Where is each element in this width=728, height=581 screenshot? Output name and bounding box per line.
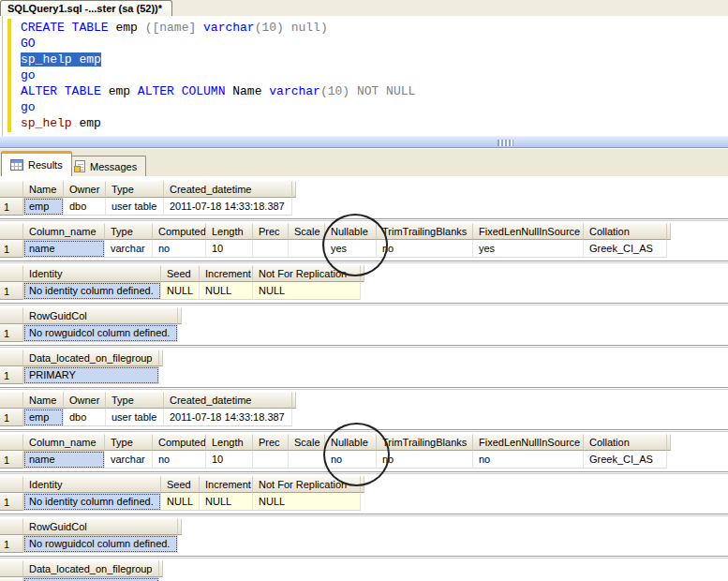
grid-cell[interactable]: PRIMARY [23, 366, 159, 384]
column-header[interactable]: FixedLenNullInSource [473, 223, 584, 240]
grid-cell[interactable]: no [153, 240, 206, 258]
grid-cell[interactable] [253, 240, 289, 258]
grid-cell[interactable]: user table [106, 198, 164, 216]
column-header[interactable]: Seed [161, 476, 200, 493]
row-header[interactable]: 1 [0, 451, 23, 469]
column-header[interactable]: Increment [200, 265, 253, 282]
grid-cell[interactable]: no [377, 451, 473, 469]
grid-cell[interactable]: NULL [161, 493, 200, 511]
row-header[interactable]: 1 [0, 282, 23, 300]
column-header[interactable]: Type [106, 392, 164, 409]
column-header[interactable]: Seed [161, 265, 200, 282]
row-header[interactable]: 1 [0, 366, 23, 384]
grid-cell[interactable]: dbo [64, 198, 106, 216]
grid-corner-cell[interactable] [0, 434, 23, 451]
tab-messages[interactable]: Messages [66, 156, 146, 176]
code-line[interactable]: GO [0, 36, 728, 52]
grid-cell[interactable]: no [153, 451, 206, 469]
grid-cell[interactable]: No rowguidcol column defined. [23, 324, 178, 342]
column-header[interactable]: Collation [584, 434, 667, 451]
grid-cell[interactable]: emp [23, 198, 64, 216]
column-header[interactable]: Computed [153, 223, 206, 240]
grid-cell[interactable]: emp [23, 409, 64, 426]
column-header[interactable]: RowGuidCol [23, 518, 178, 535]
grid-cell[interactable]: Greek_CI_AS [584, 451, 667, 469]
grid-cell[interactable]: user table [106, 409, 164, 426]
grid-cell[interactable]: No rowguidcol column defined. [23, 535, 178, 553]
grid-cell[interactable] [289, 240, 325, 258]
grid-corner-cell[interactable] [0, 392, 23, 409]
grid-corner-cell[interactable] [0, 265, 23, 282]
grid-cell[interactable]: Greek_CI_AS [584, 240, 667, 258]
column-header[interactable]: RowGuidCol [23, 307, 178, 324]
column-header[interactable]: Increment [200, 476, 253, 493]
column-header[interactable]: Computed [153, 434, 206, 451]
row-header[interactable]: 1 [0, 198, 23, 216]
column-header[interactable]: Column_name [23, 434, 105, 451]
grid-corner-cell[interactable] [0, 350, 23, 366]
code-area[interactable]: CREATE TABLE emp ([name] varchar(10) nul… [0, 20, 728, 131]
column-header[interactable]: Scale [289, 434, 325, 451]
grid-cell[interactable]: NULL [200, 282, 253, 300]
column-header[interactable]: Type [106, 181, 164, 198]
grid-cell[interactable]: 10 [206, 240, 253, 258]
column-header[interactable]: Prec [253, 434, 289, 451]
column-header[interactable]: Data_located_on_filegroup [23, 350, 159, 366]
column-header[interactable]: Identity [23, 476, 161, 493]
document-tab[interactable]: SQLQuery1.sql -...ster (sa (52))* [0, 0, 172, 16]
column-header[interactable]: Type [105, 223, 153, 240]
grid-corner-cell[interactable] [0, 223, 23, 240]
row-header[interactable]: 1 [0, 240, 23, 258]
column-header[interactable]: Owner [64, 181, 106, 198]
grid-cell[interactable]: NULL [161, 282, 200, 300]
column-header[interactable]: Name [23, 392, 64, 409]
row-header[interactable]: 1 [0, 577, 23, 581]
splitter-grip-icon[interactable] [498, 140, 513, 146]
grid-cell[interactable]: varchar [105, 240, 153, 258]
grid-cell[interactable] [253, 451, 289, 469]
column-header[interactable]: Scale [289, 223, 325, 240]
pane-splitter[interactable] [0, 136, 728, 148]
row-header[interactable]: 1 [0, 493, 23, 511]
grid-corner-cell[interactable] [0, 307, 23, 324]
grid-cell[interactable]: yes [473, 240, 584, 258]
grid-cell[interactable]: No identity column defined. [23, 282, 161, 300]
column-header[interactable]: Type [105, 434, 153, 451]
column-header[interactable]: TrimTrailingBlanks [377, 223, 473, 240]
column-header[interactable]: Prec [253, 223, 289, 240]
column-header[interactable]: Name [23, 181, 64, 198]
column-header[interactable]: Data_located_on_filegroup [23, 560, 159, 577]
code-line[interactable]: go [0, 67, 728, 83]
code-line[interactable]: CREATE TABLE emp ([name] varchar(10) nul… [0, 20, 728, 36]
column-header[interactable]: FixedLenNullInSource [473, 434, 584, 451]
sql-editor[interactable]: CREATE TABLE emp ([name] varchar(10) nul… [0, 16, 728, 136]
grid-cell[interactable]: dbo [64, 409, 106, 426]
grid-corner-cell[interactable] [0, 518, 23, 535]
code-line[interactable]: ALTER TABLE emp ALTER COLUMN Name varcha… [0, 83, 728, 99]
row-header[interactable]: 1 [0, 324, 23, 342]
column-header[interactable]: Created_datetime [164, 181, 292, 198]
grid-cell[interactable]: NULL [253, 493, 361, 511]
grid-cell[interactable]: NULL [253, 282, 361, 300]
row-header[interactable]: 1 [0, 535, 23, 553]
code-line[interactable]: sp_help emp [0, 52, 728, 67]
grid-cell[interactable]: name [23, 451, 105, 469]
grid-cell[interactable]: no [473, 451, 584, 469]
grid-cell[interactable]: 2011-07-18 14:33:18.387 [164, 409, 292, 426]
column-header[interactable]: TrimTrailingBlanks [377, 434, 473, 451]
column-header[interactable]: Collation [584, 223, 667, 240]
grid-corner-cell[interactable] [0, 476, 23, 493]
grid-corner-cell[interactable] [0, 181, 23, 198]
grid-cell[interactable]: no [377, 240, 473, 258]
column-header[interactable]: Identity [23, 265, 161, 282]
column-header[interactable]: Created_datetime [164, 392, 292, 409]
grid-cell[interactable]: name [23, 240, 105, 258]
column-header[interactable]: Length [206, 223, 253, 240]
grid-cell[interactable]: No identity column defined. [23, 493, 161, 511]
grid-cell[interactable]: 10 [206, 451, 253, 469]
grid-cell[interactable]: varchar [105, 451, 153, 469]
row-header[interactable]: 1 [0, 409, 23, 426]
tab-results[interactable]: Results [1, 151, 72, 176]
column-header[interactable]: Owner [64, 392, 106, 409]
column-header[interactable]: Length [206, 434, 253, 451]
